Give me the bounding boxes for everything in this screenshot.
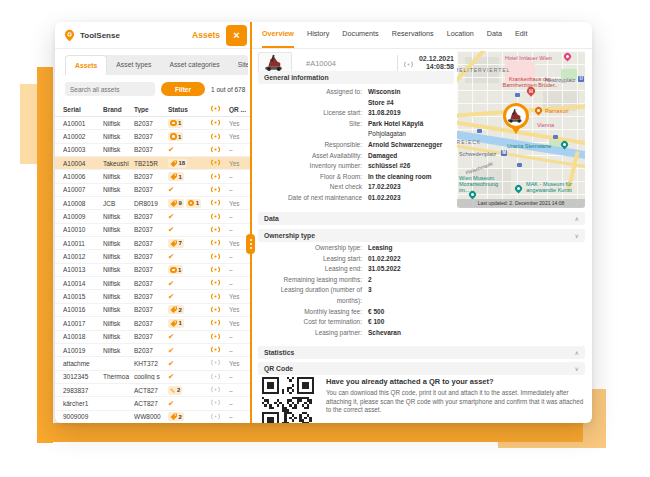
table-row[interactable]: A10013NilfiskB20371– (55, 264, 250, 277)
field-row: Leasing partner:Schevaran (258, 328, 585, 339)
type-cell: ACT827 (134, 387, 168, 394)
status-cell: 1 (168, 119, 210, 128)
table-row[interactable]: A10015NilfiskB2037✔Yes (55, 290, 250, 303)
section-data[interactable]: Data ∧ (258, 212, 585, 225)
page: ToolSense Assets × Assets Asset types As… (0, 0, 650, 477)
location-map[interactable]: Hotel Imlauer Wien MELITERVIERTEL Kranke… (457, 51, 585, 208)
field-label: Floor & Room: (258, 172, 368, 183)
table-row[interactable]: A10004TakeushiTB215R18Yes (55, 157, 250, 170)
table-row[interactable]: A10014NilfiskB2037✔– (55, 277, 250, 290)
iot-link-icon (210, 186, 229, 194)
field-label: Inventory number: (258, 161, 368, 172)
status-cell: ✔ (168, 373, 210, 380)
tab-edit[interactable]: Edit (515, 22, 527, 48)
type-cell: B2037 (134, 173, 168, 180)
table-row[interactable]: A10018NilfiskB2037✔– (55, 331, 250, 344)
iot-link-icon (210, 386, 229, 394)
link-column-icon[interactable] (210, 105, 229, 113)
tab-asset-categories[interactable]: Asset categories (160, 55, 228, 75)
iot-link-icon (210, 266, 229, 274)
header-qr[interactable]: QR ... (229, 106, 247, 113)
table-row[interactable]: A10011NilfiskB20377Yes (55, 237, 250, 250)
iot-signal-icon (403, 54, 414, 72)
map-label-district-top: MELITERVIERTEL (457, 67, 510, 73)
brand-cell: Nilfisk (103, 320, 134, 327)
status-cell: ✔ (168, 333, 210, 340)
header-type[interactable]: Type (134, 106, 168, 113)
table-row[interactable]: A10012NilfiskB2037✔– (55, 250, 250, 263)
type-cell: B2037 (134, 293, 168, 300)
table-row[interactable]: A10017NilfiskB20371Yes (55, 317, 250, 330)
table-row[interactable]: A10016NilfiskB20372Yes (55, 304, 250, 317)
chevron-up-icon[interactable]: ∧ (575, 349, 579, 356)
search-input[interactable] (65, 82, 155, 96)
table-row[interactable]: 9009009WW80002– (55, 411, 250, 423)
status-badge: 1 (186, 199, 201, 208)
brand-cell: Nilfisk (103, 347, 134, 354)
qr-cell: – (229, 226, 247, 233)
serial-cell: attachme (63, 360, 103, 367)
table-row[interactable]: A10009NilfiskB2037✔– (55, 210, 250, 223)
iot-link-icon (210, 319, 229, 327)
asset-location-marker[interactable] (503, 103, 529, 134)
tab-location[interactable]: Location (447, 22, 474, 48)
type-cell: B2037 (134, 240, 168, 247)
header-serial[interactable]: Serial (63, 106, 103, 113)
table-row[interactable]: 3012345Thermoacooling s✔– (55, 371, 250, 384)
serial-cell: A10003 (63, 146, 103, 153)
machine-image (262, 54, 288, 72)
section-qr-code[interactable]: QR Code ∨ (258, 362, 585, 375)
tab-documents[interactable]: Documents (342, 22, 378, 48)
status-badge: ✎2 (168, 386, 182, 395)
tab-data[interactable]: Data (487, 22, 502, 48)
close-icon[interactable]: × (226, 25, 247, 46)
table-row[interactable]: A10003NilfiskB2037✔– (55, 144, 250, 157)
map-label-square: Schwedenplatz (459, 151, 496, 157)
ubahn-icon: U (578, 76, 584, 82)
map-label-museum2: MAK - Museum für angewandte Kunst (523, 181, 575, 193)
tab-assets[interactable]: Assets (65, 55, 107, 75)
tab-sites[interactable]: Sites (229, 55, 248, 75)
table-row[interactable]: A10008JCBDR801991Yes (55, 197, 250, 210)
table-row[interactable]: A10019NilfiskB2037✔– (55, 344, 250, 357)
ownership-fields: Ownership type:LeasingLeasing start:01.0… (258, 243, 585, 338)
status-cell: ✔ (168, 360, 210, 367)
iot-link-icon (210, 213, 229, 221)
filter-button[interactable]: Filter (161, 82, 205, 96)
metro-icon: M (501, 150, 507, 156)
field-row: Remaining leasing months:2 (258, 275, 585, 286)
type-cell: B2037 (134, 213, 168, 220)
panel-drag-handle[interactable] (246, 234, 255, 254)
tab-asset-types[interactable]: Asset types (107, 55, 160, 75)
table-row[interactable]: A10010NilfiskB2037✔– (55, 224, 250, 237)
header-brand[interactable]: Brand (103, 106, 134, 113)
table-row[interactable]: 2983837ACT827✎2– (55, 384, 250, 397)
chevron-down-icon[interactable]: ∨ (575, 232, 579, 239)
header-status[interactable]: Status (168, 106, 210, 113)
table-row[interactable]: A10007NilfiskB2037✔– (55, 184, 250, 197)
qr-cell: – (229, 347, 247, 354)
chevron-up-icon[interactable]: ∧ (575, 215, 579, 222)
asset-tabs: Assets Asset types Asset categories Site… (65, 55, 248, 75)
tab-reservations[interactable]: Reservations (392, 22, 434, 48)
tag-icon (170, 160, 177, 167)
iot-link-icon (210, 413, 229, 421)
check-icon: ✔ (168, 347, 174, 354)
asset-marker-image (503, 103, 529, 129)
table-row[interactable]: kärcher1ACT827✔– (55, 397, 250, 410)
table-row[interactable]: A10006NilfiskB20371– (55, 170, 250, 183)
table-row[interactable]: A10001NilfiskB20371Yes (55, 117, 250, 130)
qr-cell: Yes (229, 120, 247, 127)
table-row[interactable]: A10002NilfiskB20371Yes (55, 130, 250, 143)
iot-link-icon (210, 293, 229, 301)
field-label: Date of next maintenance (258, 193, 368, 204)
field-row: Leasing end:31.05.2022 (258, 264, 585, 275)
chevron-down-icon[interactable]: ∨ (575, 365, 579, 372)
status-circle-icon (170, 133, 177, 140)
tab-overview[interactable]: Overview (262, 22, 294, 48)
section-statistics[interactable]: Statistics ∧ (258, 346, 585, 359)
tab-history[interactable]: History (307, 22, 329, 48)
section-ownership-type[interactable]: Ownership type ∨ (258, 229, 585, 242)
table-row[interactable]: attachmeKHT372✔Yes (55, 357, 250, 370)
status-circle-icon (170, 120, 177, 127)
